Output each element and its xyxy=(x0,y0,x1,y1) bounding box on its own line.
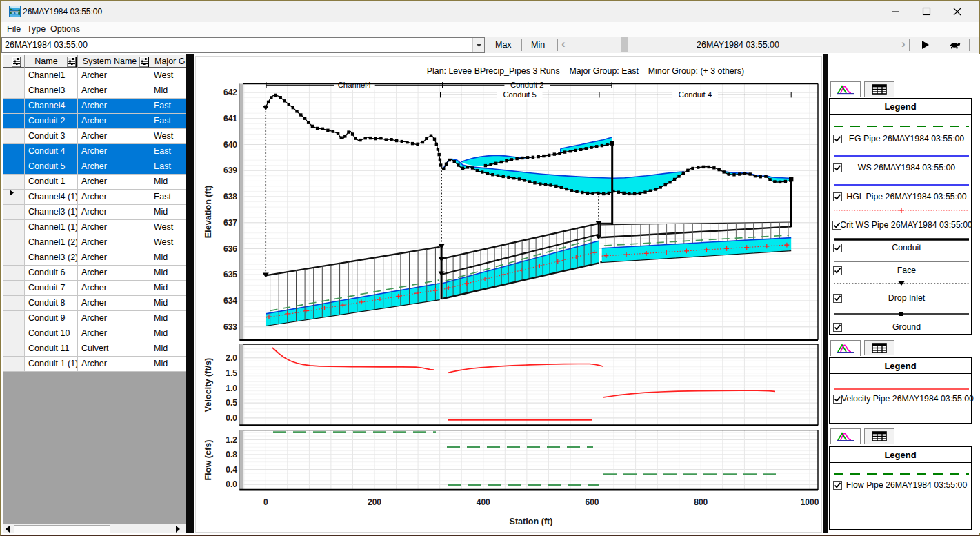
svg-text:0: 0 xyxy=(263,497,268,507)
svg-text:200: 200 xyxy=(368,497,381,507)
svg-text:Station (ft): Station (ft) xyxy=(510,517,553,526)
svg-text:636: 636 xyxy=(223,244,237,254)
svg-text:1000: 1000 xyxy=(801,497,819,507)
svg-text:Plan: Levee BPrecip_Pipes 3 Ru: Plan: Levee BPrecip_Pipes 3 Runs Major G… xyxy=(427,66,744,76)
svg-text:Elevation (ft): Elevation (ft) xyxy=(203,186,213,238)
svg-text:600: 600 xyxy=(586,497,599,507)
svg-text:641: 641 xyxy=(223,114,237,123)
svg-text:638: 638 xyxy=(223,192,237,201)
svg-text:1.2: 1.2 xyxy=(226,435,237,445)
svg-text:400: 400 xyxy=(477,497,490,507)
svg-text:Velocity (ft/s): Velocity (ft/s) xyxy=(203,358,213,412)
svg-text:Conduit 2: Conduit 2 xyxy=(510,81,543,89)
svg-text:Channel4: Channel4 xyxy=(338,81,371,89)
svg-text:0.5: 0.5 xyxy=(226,398,237,408)
svg-text:0.0: 0.0 xyxy=(226,479,237,489)
svg-text:640: 640 xyxy=(223,140,237,150)
svg-text:635: 635 xyxy=(223,270,237,279)
svg-text:800: 800 xyxy=(694,497,708,507)
svg-text:1.5: 1.5 xyxy=(226,368,237,378)
svg-text:2.0: 2.0 xyxy=(226,353,237,363)
svg-text:0.8: 0.8 xyxy=(226,450,237,459)
svg-text:Flow (cfs): Flow (cfs) xyxy=(203,440,213,481)
svg-text:637: 637 xyxy=(223,218,237,228)
svg-text:0.4: 0.4 xyxy=(226,465,237,475)
svg-text:633: 633 xyxy=(223,322,237,332)
svg-text:0.0: 0.0 xyxy=(226,413,237,423)
svg-text:Conduit 4: Conduit 4 xyxy=(679,90,712,99)
svg-text:642: 642 xyxy=(223,88,237,97)
svg-text:639: 639 xyxy=(223,166,237,175)
svg-text:1.0: 1.0 xyxy=(226,384,237,393)
svg-text:Conduit 5: Conduit 5 xyxy=(503,90,536,99)
svg-text:634: 634 xyxy=(223,296,237,306)
